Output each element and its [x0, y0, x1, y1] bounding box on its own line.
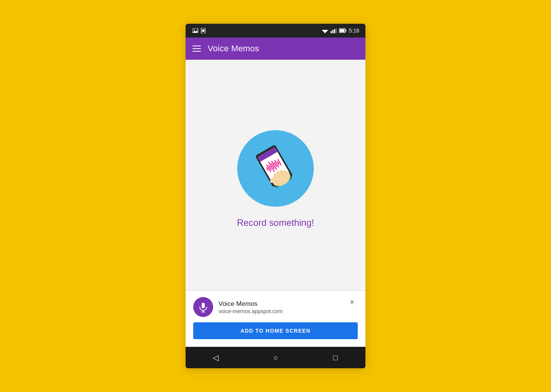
svg-rect-3: [202, 29, 204, 32]
svg-rect-8: [336, 28, 337, 33]
status-icons-right: 5:16: [322, 28, 359, 34]
back-nav-button[interactable]: ◁: [208, 350, 223, 365]
svg-rect-5: [331, 31, 332, 33]
svg-rect-10: [346, 30, 346, 31]
signal-icon: [331, 28, 337, 33]
add-to-home-banner: Voice Memos voice-memos.appspot.com × AD…: [186, 291, 365, 347]
nav-bar: ◁ ○ □: [186, 347, 365, 368]
svg-rect-6: [332, 30, 333, 33]
svg-marker-4: [322, 30, 328, 33]
svg-rect-7: [334, 29, 335, 33]
svg-rect-11: [339, 29, 344, 32]
add-to-home-button[interactable]: ADD TO HOME SCREEN: [193, 322, 358, 339]
banner-app-name: Voice Memos: [218, 300, 341, 308]
banner-url: voice-memos.appspot.com: [218, 308, 341, 314]
banner-top-row: Voice Memos voice-memos.appspot.com ×: [193, 297, 358, 317]
status-left-icons: [192, 28, 319, 33]
voice-memo-illustration: [243, 136, 308, 201]
banner-app-icon: [193, 297, 213, 317]
microphone-icon: [198, 302, 209, 312]
illustration-circle: [237, 130, 314, 207]
phone-frame: 5:16 Voice Memos: [186, 24, 365, 368]
app-bar: Voice Memos: [186, 38, 365, 60]
app-bar-title: Voice Memos: [208, 44, 259, 54]
svg-rect-23: [202, 303, 205, 308]
status-time: 5:16: [349, 28, 359, 34]
recent-nav-button[interactable]: □: [328, 350, 343, 365]
image-icon: [192, 28, 199, 33]
banner-close-button[interactable]: ×: [346, 296, 358, 308]
svg-point-1: [194, 29, 195, 30]
main-content: Record something!: [186, 60, 365, 291]
battery-icon: [339, 28, 347, 33]
home-nav-button[interactable]: ○: [268, 350, 283, 365]
record-prompt-text: Record something!: [237, 217, 314, 228]
wifi-icon: [322, 28, 328, 33]
sim-icon: [201, 28, 205, 33]
banner-text-block: Voice Memos voice-memos.appspot.com: [218, 300, 341, 314]
status-bar: 5:16: [186, 24, 365, 38]
hamburger-menu-icon[interactable]: [192, 46, 201, 52]
